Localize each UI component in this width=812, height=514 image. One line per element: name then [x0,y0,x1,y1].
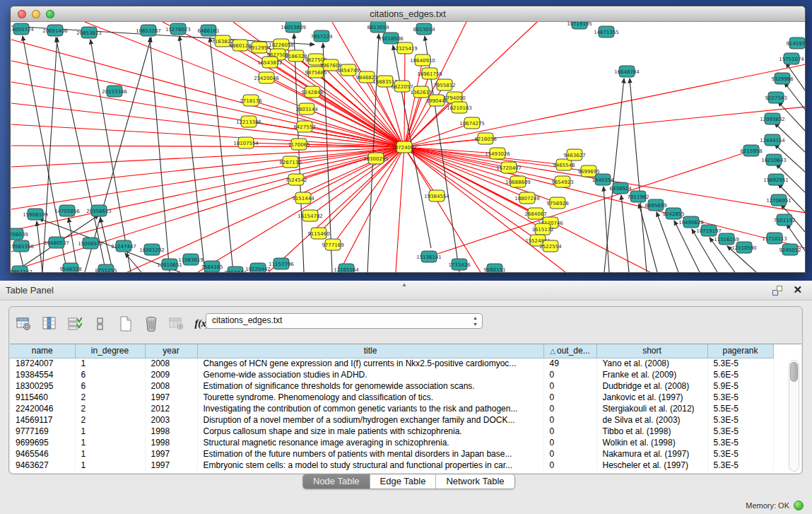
network-node[interactable]: 15908199 [23,209,48,220]
table-row[interactable]: 946362711997Embryonic stem cells: a mode… [10,460,773,471]
network-node[interactable]: 9756928 [546,197,568,209]
column-header-pagerank[interactable]: pagerank [707,344,773,358]
network-node[interactable]: 10719195 [567,22,592,29]
column-header-title[interactable]: title [197,344,543,358]
tab-network-table[interactable]: Network Table [436,474,514,489]
new-file-icon[interactable] [117,314,135,334]
delete-icon[interactable] [142,314,160,334]
network-node[interactable]: 23420046 [254,72,279,83]
network-node[interactable]: 7955812 [433,79,455,90]
network-node[interactable]: 1362615 [410,86,432,98]
network-node[interactable]: 18301292 [139,244,165,255]
splitter-handle-icon[interactable]: ▲ [401,281,407,288]
network-node[interactable]: 10490628 [678,216,704,228]
network-node[interactable]: 6466161 [197,25,219,36]
tab-edge-table[interactable]: Edge Table [370,474,437,489]
network-edge[interactable] [150,37,170,272]
column-header-name[interactable]: name [10,344,75,358]
network-node[interactable]: 12706951 [766,194,792,206]
network-node[interactable]: 10967167 [11,266,33,272]
network-node[interactable]: 1440354 [592,174,614,185]
close-panel-icon[interactable]: ✕ [793,284,802,296]
network-node[interactable]: 10674275 [459,117,485,129]
network-node[interactable]: 21206039 [11,228,28,240]
network-node[interactable]: 20691406 [42,25,68,36]
network-node[interactable]: 1615132 [531,223,553,235]
network-node[interactable]: 9242855 [662,208,684,219]
network-edge[interactable] [90,40,131,272]
network-node[interactable]: 10719197 [696,225,722,236]
network-edge[interactable] [11,82,404,147]
network-node[interactable]: 11157796 [269,258,294,269]
network-node[interactable]: 9463627 [563,149,585,160]
show-columns-icon[interactable] [40,314,59,334]
network-edge[interactable] [37,221,42,272]
column-header-out_degree[interactable]: △out_de... [543,344,596,358]
network-edge[interactable] [11,147,404,188]
table-scrollbar[interactable] [789,360,799,472]
network-node[interactable]: 7684165 [201,261,223,272]
table-row[interactable]: 1872400712008Changes of HCN gene express… [10,358,773,369]
network-node[interactable]: 21247447 [111,240,136,252]
network-node[interactable]: 8427552 [293,121,315,132]
window-titlebar[interactable]: citations_edges.txt [11,6,805,22]
network-node[interactable]: 12444154 [760,134,785,146]
network-edge[interactable] [339,147,404,272]
network-node[interactable]: 20358613 [86,205,112,216]
network-node[interactable]: 7524542 [285,174,307,185]
network-node[interactable]: 14671355 [594,26,619,37]
network-node[interactable]: 2522554 [539,240,562,252]
select-rows-icon[interactable] [66,314,84,334]
network-node[interactable]: 8813054 [367,22,389,33]
network-edge[interactable] [396,147,404,272]
network-edge[interactable] [210,37,233,272]
network-node[interactable]: 14705856 [54,205,80,216]
network-node[interactable]: 12165564 [334,264,359,272]
float-panel-icon[interactable] [772,286,782,296]
network-node[interactable]: 10220442 [245,263,271,272]
table-row[interactable]: 969969511998Structural magnetic resonanc… [10,437,773,448]
network-canvas[interactable]: 1872400771638228860128891295418226058982… [11,22,805,272]
network-node[interactable]: 8613014 [413,23,435,35]
network-node[interactable]: 12093832 [760,113,785,124]
table-row[interactable]: 911546021997Tourette syndrome. Phenomeno… [10,392,773,403]
column-header-short[interactable]: short [596,344,707,358]
network-node[interactable]: 9115460 [307,228,329,239]
network-node[interactable]: 9329966 [771,73,794,84]
network-node[interactable]: 12110590 [731,242,757,253]
network-node[interactable]: 15692951 [763,174,789,185]
tab-node-table[interactable]: Node Table [303,474,370,489]
network-node[interactable]: 7911982 [627,191,649,202]
row-height-icon[interactable] [91,314,110,334]
network-edge[interactable] [56,37,106,272]
table-settings-icon[interactable] [15,314,33,334]
network-edge[interactable] [11,147,404,167]
network-node[interactable]: 16480537 [44,237,69,248]
network-edge[interactable] [404,147,650,272]
network-node[interactable]: 20853813 [76,27,102,38]
network-node[interactable]: 9875685 [305,66,326,78]
network-node[interactable]: 9777169 [322,239,343,250]
network-node[interactable]: 12213386 [236,116,261,127]
network-node[interactable]: 18300295 [363,153,389,164]
network-edge[interactable] [11,124,404,147]
network-node[interactable]: 8267130 [279,156,301,168]
network-node[interactable]: 20153346 [102,86,127,97]
network-node[interactable]: 8186328 [285,50,307,62]
network-node[interactable]: 1170065 [288,139,310,150]
network-table-selector[interactable]: citations_edges.txt ▲▼ [206,313,483,329]
network-node[interactable]: 2718176 [240,95,262,106]
network-node[interactable]: 9560151 [483,264,505,272]
table-row[interactable]: 977716911998Corpus callosum shape and si… [10,426,773,437]
network-node[interactable]: 16648784 [614,66,640,77]
table-panel-header[interactable]: Table Panel ▲ ✕ [0,281,812,300]
network-node[interactable]: 7857224 [310,30,333,42]
network-node[interactable]: 1733426 [448,259,471,270]
network-edge[interactable] [639,204,657,272]
column-header-in_degree[interactable]: in_degree [75,344,145,358]
column-header-year[interactable]: year [145,344,197,358]
network-node[interactable]: 9227343 [765,92,787,103]
network-view-window[interactable]: citations_edges.txt 18724007716382288601… [10,6,806,273]
network-node[interactable]: 9462744 [224,267,247,272]
table-row[interactable]: 1830029562008Estimation of significance … [10,380,773,392]
